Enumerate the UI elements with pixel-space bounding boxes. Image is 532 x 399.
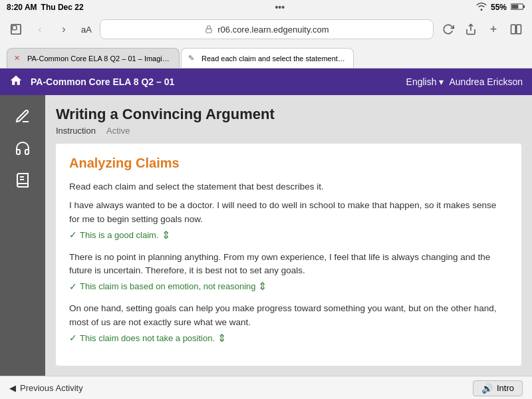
claim-block-3: On one hand, setting goals can help you …: [69, 302, 508, 344]
wifi-icon: [476, 3, 487, 13]
tab1-favicon: ✕: [14, 54, 23, 63]
claim3-answer-dropdown[interactable]: ✓ This claim does not take a position. ⇕: [69, 332, 226, 344]
claim-text-1: I have always wanted to be a doctor. I w…: [69, 199, 508, 226]
expand-button[interactable]: [7, 20, 25, 39]
language-selector[interactable]: English ▾: [406, 76, 444, 87]
tab2-favicon: ✎: [188, 54, 198, 63]
check-icon-1: ✓: [69, 229, 77, 240]
claim1-answer-text: This is a good claim.: [80, 230, 159, 240]
check-icon-2: ✓: [69, 281, 77, 292]
language-label: English: [406, 76, 437, 87]
browser-chrome: ‹ › aA r06.core.learn.edgenuity.com: [0, 15, 532, 68]
claim-text-3: On one hand, setting goals can help you …: [69, 302, 508, 329]
reload-button[interactable]: [439, 20, 458, 39]
svg-rect-2: [511, 5, 518, 9]
svg-rect-1: [523, 5, 525, 7]
claim2-answer-dropdown[interactable]: ✓ This claim is based on emotion, not re…: [69, 280, 267, 293]
dropdown-arrow-1: ⇕: [162, 229, 170, 241]
check-icon-3: ✓: [69, 332, 77, 343]
svg-rect-4: [13, 26, 17, 30]
dictionary-tool[interactable]: [8, 166, 37, 195]
dropdown-arrow-2: ⇕: [258, 280, 267, 293]
intro-label: Intro: [497, 383, 514, 393]
activity-card: Analyzing Claims Read each claim and sel…: [56, 144, 521, 366]
app-title: PA-Common Core ELA 8 Q2 – 01: [31, 76, 406, 87]
forward-button[interactable]: ›: [55, 20, 73, 39]
section-title: Analyzing Claims: [69, 156, 508, 171]
directions: Read each claim and select the statement…: [69, 180, 508, 194]
tab-1[interactable]: ✕ PA-Common Core ELA 8 Q2 – 01 – Imagine…: [7, 48, 180, 68]
content-panel: Writing a Convincing Argument Instructio…: [45, 95, 532, 376]
url-text: r06.core.learn.edgenuity.com: [217, 25, 329, 35]
user-name: Aundrea Erickson: [449, 76, 523, 87]
claim-block-1: I have always wanted to be a doctor. I w…: [69, 199, 508, 241]
prev-activity-button[interactable]: ◀ Previous Activity: [9, 383, 83, 393]
nav-back-icon: ◀: [9, 383, 16, 393]
svg-rect-5: [206, 29, 211, 33]
claim-text-2: There is no point in planning anything. …: [69, 251, 508, 278]
time-display: 8:20 AM: [7, 3, 37, 12]
battery-icon: [511, 3, 525, 13]
lock-icon: [204, 25, 213, 34]
bottom-bar: ◀ Previous Activity 🔊 Intro: [0, 376, 532, 399]
tab2-label: Read each claim and select the statement…: [201, 55, 346, 63]
ellipsis-icon: •••: [275, 2, 285, 13]
pencil-tool[interactable]: [8, 102, 37, 131]
battery-display: 55%: [491, 3, 507, 12]
svg-rect-8: [517, 25, 521, 34]
sidebar: [0, 95, 45, 376]
claim-block-2: There is no point in planning anything. …: [69, 251, 508, 293]
share-button[interactable]: [462, 20, 480, 39]
app-header: PA-Common Core ELA 8 Q2 – 01 English ▾ A…: [0, 68, 532, 95]
date-display: Thu Dec 22: [41, 3, 84, 12]
claim2-answer-text: This claim is based on emotion, not reas…: [80, 281, 255, 291]
split-view-button[interactable]: [507, 20, 525, 39]
browser-tabs: ✕ PA-Common Core ELA 8 Q2 – 01 – Imagine…: [0, 44, 532, 68]
claim3-answer-text: This claim does not take a position.: [80, 333, 215, 343]
back-button[interactable]: ‹: [31, 20, 49, 39]
dropdown-arrow-3: ⇕: [217, 332, 226, 344]
chevron-down-icon: ▾: [439, 76, 444, 87]
sound-icon: 🔊: [481, 383, 493, 394]
svg-rect-7: [511, 25, 516, 34]
home-button[interactable]: [9, 74, 23, 90]
tab-2[interactable]: ✎ Read each claim and select the stateme…: [181, 48, 354, 68]
add-tab-button[interactable]: +: [484, 20, 503, 39]
audio-tool[interactable]: [8, 134, 37, 163]
status-bar: 8:20 AM Thu Dec 22 ••• 55%: [0, 0, 532, 15]
claim1-answer-dropdown[interactable]: ✓ This is a good claim. ⇕: [69, 229, 170, 241]
intro-button[interactable]: 🔊 Intro: [473, 380, 523, 396]
address-bar[interactable]: r06.core.learn.edgenuity.com: [100, 19, 434, 39]
main-content: Writing a Convincing Argument Instructio…: [0, 95, 532, 376]
lesson-meta: Instruction Active: [56, 126, 521, 136]
lesson-title: Writing a Convincing Argument: [56, 106, 521, 123]
tab1-label: PA-Common Core ELA 8 Q2 – 01 – Imagine E…: [27, 55, 172, 63]
instruction-label: Instruction: [56, 126, 96, 136]
text-size-button[interactable]: aA: [78, 23, 94, 36]
prev-activity-label: Previous Activity: [20, 383, 83, 393]
status-label: Active: [106, 126, 130, 136]
